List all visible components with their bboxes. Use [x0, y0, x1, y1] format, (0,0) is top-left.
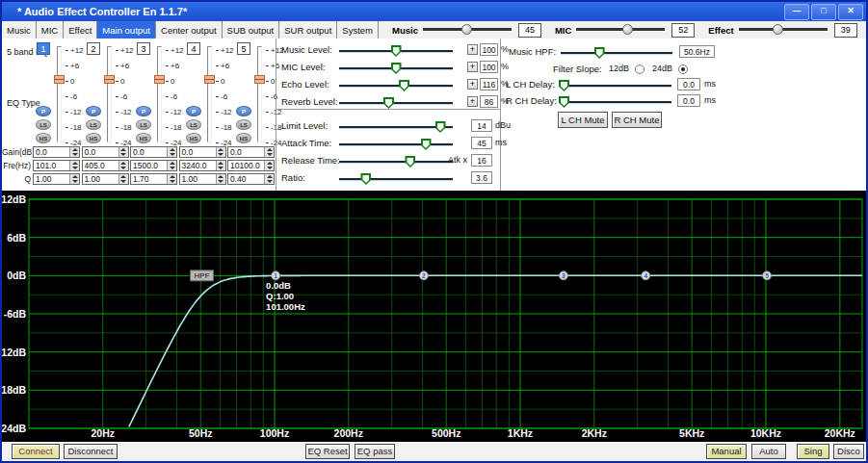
echo-level-value[interactable]: 116	[480, 78, 498, 90]
eq-freq-field-band3[interactable]: 1500.0	[130, 160, 177, 171]
maximize-button[interactable]: □	[811, 4, 836, 20]
spinner-icon[interactable]	[167, 161, 176, 170]
spinner-icon[interactable]	[264, 147, 274, 157]
eq-reset-button[interactable]: EQ Reset	[305, 444, 350, 459]
tab-sub-output[interactable]: SUB output	[223, 21, 280, 39]
eq-type-hs-button-band1[interactable]: HS	[36, 133, 51, 143]
eq-gain-field-band3[interactable]: 0.0	[130, 146, 177, 158]
spinner-icon[interactable]	[69, 147, 79, 157]
eq-freq-field-band4[interactable]: 3240.0	[179, 160, 226, 171]
spinner-icon[interactable]	[264, 161, 274, 170]
music-level-track[interactable]	[339, 50, 453, 53]
tab-music[interactable]: Music	[2, 21, 37, 39]
eq-band-slider-thumb-1[interactable]	[54, 75, 65, 84]
music-hpf-track[interactable]	[561, 52, 672, 55]
eq-q-field-band4[interactable]: 1.00	[179, 173, 226, 185]
disco-button[interactable]: Disco	[833, 444, 864, 459]
echo-level-thumb[interactable]	[399, 80, 409, 91]
eq-type-p-button-band3[interactable]: P	[136, 106, 151, 116]
eq-freq-field-band1[interactable]: 101.0	[33, 160, 80, 171]
music-hpf-value[interactable]: 50.6Hz	[679, 45, 715, 58]
limit-level-value[interactable]: 14	[471, 119, 492, 132]
eq-type-p-button-band4[interactable]: P	[186, 106, 201, 116]
eq-freq-field-band5[interactable]: 10100.0	[227, 160, 275, 171]
eq-type-ls-button-band1[interactable]: LS	[36, 119, 51, 130]
tab-system[interactable]: System	[337, 21, 379, 39]
spinner-icon[interactable]	[167, 174, 176, 184]
echo-level-track[interactable]	[339, 85, 453, 88]
eq-gain-field-band2[interactable]: 0.0	[82, 146, 129, 158]
spinner-icon[interactable]	[118, 174, 128, 184]
eq-band-slider-track-2[interactable]	[107, 46, 112, 142]
eq-type-p-button-band5[interactable]: P	[236, 106, 251, 116]
ratio-track[interactable]	[339, 178, 453, 181]
r-ch-delay-value[interactable]: 0.0	[677, 94, 700, 107]
eq-gain-field-band5[interactable]: 0.0	[227, 146, 275, 158]
top-slider-track-mic[interactable]	[576, 28, 665, 32]
mic-level-value[interactable]: 100	[480, 61, 498, 73]
eq-band-slider-thumb-4[interactable]	[204, 75, 215, 84]
eq-q-field-band1[interactable]: 1.00	[33, 173, 80, 185]
top-slider-track-music[interactable]	[423, 28, 512, 32]
eq-gain-field-band4[interactable]: 0.0	[179, 146, 226, 158]
release-time-track[interactable]	[339, 161, 453, 164]
eq-type-ls-button-band3[interactable]: LS	[136, 119, 151, 130]
eq-type-hs-button-band3[interactable]: HS	[136, 133, 151, 143]
music-hpf-thumb[interactable]	[594, 47, 605, 59]
eq-q-field-band5[interactable]: 0.40	[227, 173, 275, 185]
echo-level-plus-button[interactable]: +	[467, 79, 478, 90]
connect-button[interactable]: Connect	[12, 444, 60, 459]
spinner-icon[interactable]	[69, 161, 79, 170]
spinner-icon[interactable]	[216, 161, 225, 170]
release-time-value[interactable]: 16	[471, 154, 492, 167]
eq-band-slider-track-5[interactable]	[257, 46, 262, 142]
r-ch-delay-track[interactable]	[559, 101, 671, 104]
spinner-icon[interactable]	[118, 147, 128, 157]
eq-type-hs-button-band2[interactable]: HS	[86, 133, 101, 143]
attack-time-track[interactable]	[339, 143, 453, 146]
eq-band-slider-track-3[interactable]	[157, 46, 162, 142]
eq-band-slider-track-1[interactable]	[57, 46, 62, 142]
spinner-icon[interactable]	[69, 174, 79, 184]
eq-q-field-band3[interactable]: 1.70	[130, 173, 177, 185]
eq-gain-field-band1[interactable]: 0.0	[33, 146, 80, 158]
eq-type-ls-button-band4[interactable]: LS	[186, 119, 201, 130]
music-level-plus-button[interactable]: +	[467, 44, 478, 55]
reverb-level-plus-button[interactable]: +	[467, 96, 478, 107]
l-ch-mute-button[interactable]: L CH Mute	[558, 112, 608, 128]
eq-band-select-1[interactable]: 1	[37, 42, 50, 55]
reverb-level-track[interactable]	[339, 102, 453, 105]
eq-band-select-5[interactable]: 5	[237, 42, 250, 55]
auto-button[interactable]: Auto	[751, 444, 786, 459]
eq-band-slider-thumb-2[interactable]	[104, 75, 115, 84]
top-slider-knob-mic[interactable]	[622, 24, 633, 35]
release-time-thumb[interactable]	[405, 156, 415, 167]
eq-band-slider-thumb-5[interactable]	[254, 75, 265, 84]
tab-main-output[interactable]: Main output	[97, 21, 156, 39]
eq-type-p-button-band2[interactable]: P	[86, 106, 101, 116]
r-ch-mute-button[interactable]: R CH Mute	[612, 112, 662, 128]
ratio-value[interactable]: 3.6	[471, 171, 492, 184]
eq-q-field-band2[interactable]: 1.00	[82, 173, 129, 185]
filter-slope-radio-12db[interactable]	[635, 64, 644, 74]
limit-level-thumb[interactable]	[435, 121, 446, 133]
l-ch-delay-thumb[interactable]	[559, 80, 569, 91]
music-level-value[interactable]: 100	[480, 43, 498, 56]
top-slider-value-effect[interactable]: 39	[834, 23, 857, 38]
eq-band-select-4[interactable]: 4	[187, 42, 200, 55]
mic-level-plus-button[interactable]: +	[467, 62, 478, 72]
eq-type-hs-button-band5[interactable]: HS	[236, 133, 251, 143]
top-slider-track-effect[interactable]	[739, 28, 828, 32]
tab-center-output[interactable]: Center output	[156, 21, 223, 39]
spinner-icon[interactable]	[264, 174, 274, 184]
top-slider-knob-music[interactable]	[461, 24, 472, 35]
music-level-thumb[interactable]	[391, 45, 402, 57]
mic-level-track[interactable]	[339, 67, 453, 70]
eq-type-ls-button-band5[interactable]: LS	[236, 119, 251, 130]
close-button[interactable]: ✕	[838, 4, 863, 20]
l-ch-delay-value[interactable]: 0.0	[677, 78, 700, 90]
eq-band-select-2[interactable]: 2	[87, 42, 100, 55]
limit-level-track[interactable]	[339, 126, 453, 129]
top-slider-value-music[interactable]: 45	[518, 23, 541, 38]
top-slider-knob-effect[interactable]	[773, 24, 783, 35]
